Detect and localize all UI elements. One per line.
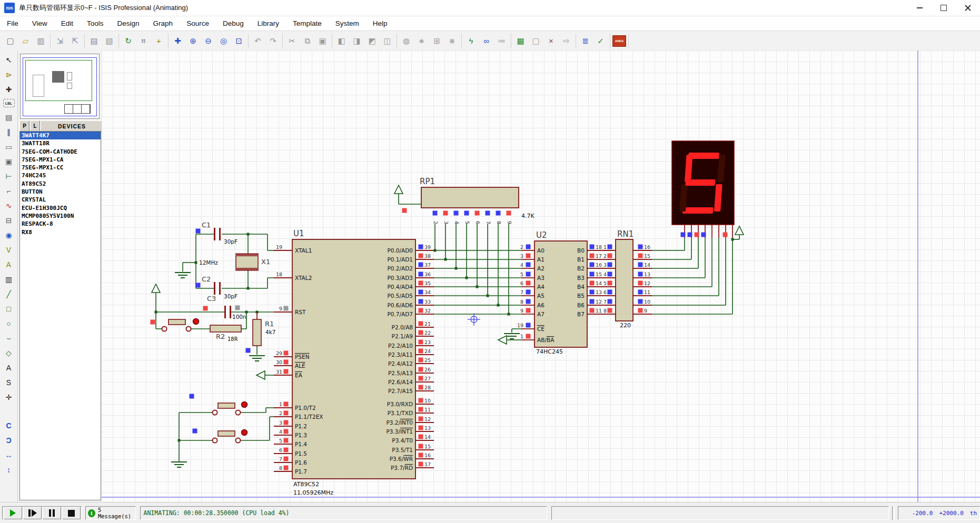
rotate-cw-button[interactable]: C bbox=[2, 418, 16, 433]
buses-button[interactable]: ∥ bbox=[2, 125, 16, 139]
2d-symbol-button[interactable]: S bbox=[2, 375, 16, 389]
menu-source[interactable]: Source bbox=[180, 17, 216, 29]
component-key-button-1[interactable] bbox=[236, 410, 241, 415]
tape-recorder-button[interactable]: ⊟ bbox=[2, 213, 16, 227]
2d-marker-button[interactable]: ✛ bbox=[2, 390, 16, 404]
device-item[interactable]: RX8 bbox=[20, 228, 101, 236]
save-design-button[interactable]: ▥ bbox=[34, 34, 48, 48]
mirror-y-button[interactable]: ↕ bbox=[2, 462, 16, 477]
component-reset-button[interactable] bbox=[169, 319, 185, 325]
component-key-button-2-indicator[interactable] bbox=[242, 430, 248, 436]
component-key-button-1[interactable] bbox=[213, 410, 217, 415]
wire-label-button[interactable]: LBL bbox=[3, 99, 15, 107]
zoom-out-button[interactable]: ⊖ bbox=[201, 34, 215, 48]
instant-edit-button[interactable]: ▣ bbox=[2, 154, 16, 168]
current-probe-button[interactable]: A bbox=[2, 257, 16, 271]
step-button[interactable] bbox=[23, 507, 42, 519]
origin-button[interactable]: + bbox=[152, 34, 166, 48]
menu-system[interactable]: System bbox=[329, 17, 366, 29]
component-reset-button-indicator[interactable] bbox=[193, 319, 199, 325]
power-terminal-icon[interactable] bbox=[394, 185, 403, 194]
maximize-button[interactable] bbox=[932, 0, 956, 16]
power-terminal-icon[interactable] bbox=[498, 336, 507, 344]
schematic-canvas[interactable]: U1AT89C5211.05926MHz19XTAL118XTAL29RST29… bbox=[102, 51, 980, 502]
mirror-x-button[interactable]: ↔ bbox=[2, 448, 16, 462]
copy-button[interactable]: ⧉ bbox=[300, 34, 314, 48]
menu-help[interactable]: Help bbox=[366, 17, 394, 29]
component-key-button-1-indicator[interactable] bbox=[242, 402, 248, 408]
power-terminal-icon[interactable] bbox=[256, 371, 265, 379]
redraw-button[interactable]: ↻ bbox=[121, 34, 135, 48]
library-manager-button[interactable]: L bbox=[30, 120, 40, 132]
voltage-probe-button[interactable]: V bbox=[2, 243, 16, 257]
play-button[interactable] bbox=[4, 507, 22, 519]
goto-sheet-button[interactable]: ⇨ bbox=[559, 34, 573, 48]
graph-mode-button[interactable]: ∿ bbox=[2, 198, 16, 213]
component-x1[interactable] bbox=[236, 256, 258, 268]
subcircuit-button[interactable]: ▭ bbox=[2, 139, 16, 154]
device-item[interactable]: RESPACK-8 bbox=[20, 220, 101, 228]
menu-design[interactable]: Design bbox=[111, 17, 146, 29]
2d-box-button[interactable]: □ bbox=[2, 301, 16, 316]
component-reset-button[interactable] bbox=[162, 327, 167, 331]
device-item[interactable]: 74HC245 bbox=[20, 172, 101, 179]
component-rp1[interactable] bbox=[421, 187, 519, 208]
open-design-button[interactable]: ▱ bbox=[18, 34, 33, 48]
device-item[interactable]: CRYSTAL bbox=[20, 196, 101, 204]
menu-tools[interactable]: Tools bbox=[80, 17, 111, 29]
undo-button[interactable]: ↶ bbox=[251, 34, 265, 48]
wire-autorouter-button[interactable]: ϟ bbox=[464, 34, 478, 48]
2d-circle-button[interactable]: ○ bbox=[2, 316, 16, 330]
rotate-ccw-button[interactable]: Ɔ bbox=[2, 433, 16, 447]
pick-devices-button[interactable]: P bbox=[19, 120, 29, 132]
new-design-button[interactable]: ▢ bbox=[3, 34, 17, 48]
device-item[interactable]: 7SEG-MPX1-CC bbox=[20, 164, 101, 172]
component-r2[interactable] bbox=[210, 325, 241, 332]
device-item[interactable]: 7SEG-MPX1-CA bbox=[20, 156, 101, 164]
component-key-button-2[interactable] bbox=[218, 431, 235, 436]
component-rn1[interactable] bbox=[616, 239, 633, 321]
cut-button[interactable]: ✂ bbox=[285, 34, 299, 48]
block-copy-button[interactable]: ◧ bbox=[334, 34, 349, 48]
power-terminal-icon[interactable] bbox=[735, 226, 744, 235]
component-mode-button[interactable]: ⊳ bbox=[2, 67, 16, 82]
minimize-button[interactable] bbox=[907, 0, 932, 16]
device-item[interactable]: MCMP0805Y5V100N bbox=[20, 212, 101, 220]
terminals-button[interactable]: ⊢ bbox=[2, 169, 16, 183]
menu-template[interactable]: Template bbox=[286, 17, 329, 29]
pick-device-button[interactable]: ◍ bbox=[399, 34, 413, 48]
redo-button[interactable]: ↷ bbox=[266, 34, 280, 48]
zoom-area-button[interactable]: ⊡ bbox=[232, 34, 246, 48]
generator-mode-button[interactable]: ◉ bbox=[2, 228, 16, 242]
virtual-instruments-button[interactable]: ▥ bbox=[2, 272, 16, 286]
block-rotate-button[interactable]: ◩ bbox=[365, 34, 379, 48]
menu-edit[interactable]: Edit bbox=[54, 17, 80, 29]
pan-button[interactable]: ✚ bbox=[171, 34, 185, 48]
device-item[interactable]: AT89C52 bbox=[20, 180, 101, 188]
decompose-button[interactable]: ⋇ bbox=[445, 34, 459, 48]
menu-view[interactable]: View bbox=[25, 17, 54, 29]
packaging-tool-button[interactable]: ⊞ bbox=[430, 34, 444, 48]
2d-line-button[interactable]: ╱ bbox=[2, 287, 16, 301]
device-item[interactable]: 3WATT4K7 bbox=[20, 132, 101, 139]
2d-text-button[interactable]: A bbox=[2, 360, 16, 375]
component-key-button-1[interactable] bbox=[218, 403, 235, 408]
device-item[interactable]: ECU-E1H300JCQ bbox=[20, 204, 101, 212]
text-script-button[interactable]: ▤ bbox=[2, 110, 16, 124]
component-reset-button[interactable] bbox=[186, 327, 191, 331]
make-device-button[interactable]: ∗ bbox=[414, 34, 429, 48]
paste-button[interactable]: ▣ bbox=[315, 34, 330, 48]
menu-debug[interactable]: Debug bbox=[216, 17, 251, 29]
block-move-button[interactable]: ◨ bbox=[350, 34, 364, 48]
print-button[interactable]: ▤ bbox=[87, 34, 101, 48]
property-assignment-button[interactable]: ≔ bbox=[494, 34, 509, 48]
block-delete-button[interactable]: ◫ bbox=[380, 34, 394, 48]
device-item[interactable]: 7SEG-COM-CATHODE bbox=[20, 148, 101, 156]
netlist-to-ares-button[interactable]: ARES bbox=[612, 35, 626, 47]
component-r1[interactable] bbox=[253, 319, 261, 346]
toggle-grid-button[interactable]: ⌗ bbox=[136, 34, 151, 48]
component-key-button-2[interactable] bbox=[213, 438, 217, 443]
overview-window[interactable] bbox=[20, 54, 100, 119]
junction-dot-button[interactable]: ✚ bbox=[2, 82, 16, 96]
selection-mode-button[interactable]: ↖ bbox=[2, 53, 16, 67]
